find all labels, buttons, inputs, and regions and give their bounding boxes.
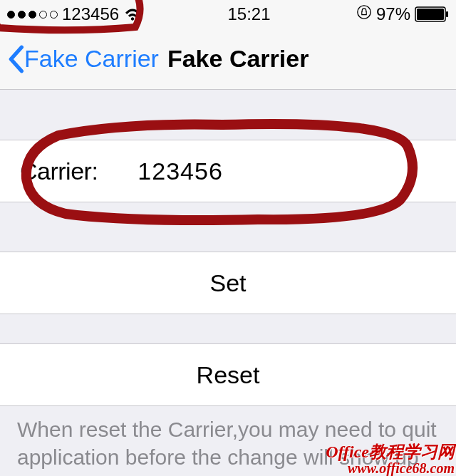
- section-gap: [0, 90, 456, 140]
- wifi-icon: [123, 5, 142, 24]
- section-gap: [0, 314, 456, 343]
- status-right: 97%: [356, 4, 449, 24]
- nav-bar: Fake Carrier Fake Carrier: [0, 29, 456, 90]
- svg-rect-2: [417, 9, 444, 20]
- carrier-field-row[interactable]: Carrier: 123456: [0, 140, 456, 202]
- back-button[interactable]: Fake Carrier: [7, 45, 159, 73]
- set-button-label: Set: [209, 269, 246, 297]
- section-gap: [0, 202, 456, 252]
- status-time: 15:21: [227, 4, 270, 24]
- status-left: 123456: [7, 4, 142, 24]
- back-button-label: Fake Carrier: [24, 45, 159, 73]
- reset-button[interactable]: Reset: [0, 343, 456, 406]
- svg-rect-3: [446, 11, 448, 17]
- watermark-line1: Office教程学习网: [326, 443, 455, 461]
- signal-strength-icon: [7, 11, 58, 19]
- battery-icon: [415, 6, 449, 22]
- reset-button-label: Reset: [197, 361, 260, 389]
- orientation-lock-icon: [356, 4, 372, 24]
- set-button[interactable]: Set: [0, 252, 456, 314]
- carrier-label: Carrier:: [20, 157, 98, 185]
- status-carrier-text: 123456: [62, 4, 119, 24]
- status-bar: 123456 15:21 97%: [0, 0, 456, 29]
- battery-percentage: 97%: [376, 4, 410, 24]
- page-title: Fake Carrier: [167, 45, 309, 73]
- carrier-value: 123456: [138, 157, 222, 185]
- chevron-left-icon: [7, 45, 24, 73]
- svg-point-0: [358, 6, 370, 19]
- watermark-line2: www.office68.com: [326, 461, 455, 476]
- watermark: Office教程学习网 www.office68.com: [326, 443, 455, 476]
